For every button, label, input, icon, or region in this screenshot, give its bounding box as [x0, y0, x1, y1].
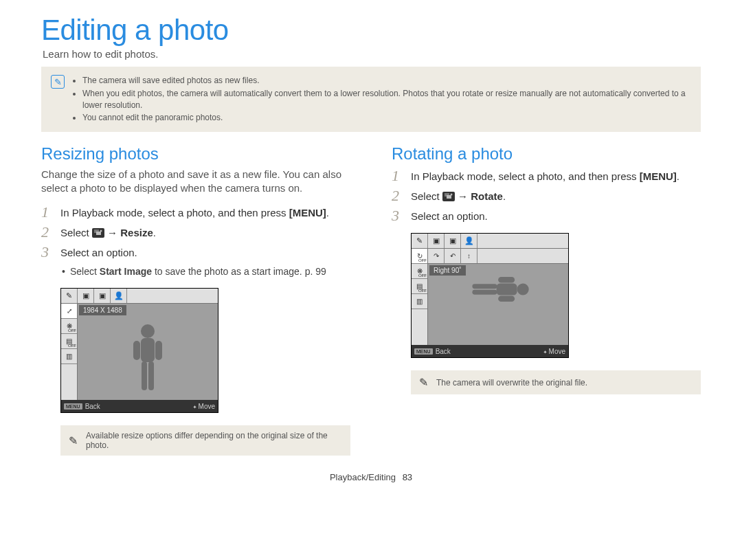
left-icon-strip: ⤢ ❋OFF ▤OFF ▥ — [61, 304, 78, 400]
left-icon-strip: ↻OFF ❋OFF ▤OFF ▥ — [412, 249, 428, 345]
arrow-text: → — [458, 190, 471, 202]
note-text: The camera will overwrite the original f… — [436, 378, 587, 388]
svg-rect-4 — [141, 338, 155, 362]
resize-icon: ⤢ — [61, 304, 77, 319]
effect-icon: ❋OFF — [61, 319, 77, 334]
dpad-icon: ✦ — [193, 403, 196, 410]
rotate-right-icon: ↷ — [428, 249, 445, 263]
section-heading-resizing: Resizing photos — [41, 144, 350, 164]
step-1: In Playback mode, select a photo, and th… — [41, 205, 350, 220]
frame-fx-icon: ▥ — [61, 349, 77, 364]
start-image-label: Start Image — [100, 266, 152, 277]
filter-icon: ▤OFF — [412, 279, 427, 294]
action-name: Rotate — [471, 190, 503, 202]
edit-menu-icon — [442, 192, 455, 201]
list-item: You cannot edit the panoramic photos. — [82, 112, 691, 124]
svg-rect-5 — [133, 341, 140, 360]
column-rotating: Rotating a photo In Playback mode, selec… — [392, 144, 701, 456]
step-text: In Playback mode, select a photo, and th… — [411, 170, 640, 182]
svg-rect-17 — [472, 290, 497, 295]
menu-button-icon: MENU — [414, 348, 433, 355]
canvas-area: ↷ ↶ ↕ Right 90˚ — [428, 249, 568, 345]
svg-point-12 — [517, 284, 529, 295]
rotation-label: Right 90˚ — [429, 265, 466, 276]
top-icon-strip: ✎ ▣ ▣ 👤 — [412, 234, 568, 249]
svg-rect-15 — [498, 296, 515, 302]
step-text: Select — [411, 190, 442, 202]
person-silhouette-rotated — [463, 269, 533, 310]
move-label: Move — [199, 403, 215, 410]
pen-icon: ✎ — [419, 376, 428, 389]
page-number: 83 — [403, 472, 412, 482]
page-footer: Playback/Editing 83 — [41, 472, 701, 486]
camera-screen-resize: ✎ ▣ ▣ 👤 ⤢ ❋OFF ▤OFF ▥ 1984 X 1488 — [60, 288, 218, 413]
step-text: Select an option. — [411, 209, 488, 223]
top-icon-strip: ✎ ▣ ▣ 👤 — [61, 289, 218, 304]
column-resizing: Resizing photos Change the size of a pho… — [41, 144, 350, 456]
rotate-note-box: ✎ The camera will overwrite the original… — [411, 370, 701, 394]
back-label: Back — [436, 348, 451, 355]
rotate-180-icon: ↕ — [461, 249, 477, 263]
step-2: Select → Resize. — [41, 225, 350, 240]
top-notes-list: The camera will save edited photos as ne… — [73, 74, 691, 125]
arrow-text: → — [107, 227, 120, 238]
svg-point-2 — [100, 229, 102, 232]
svg-rect-1 — [96, 232, 101, 235]
back-label: Back — [85, 403, 100, 410]
frame-icon: ▣ — [445, 234, 461, 248]
section-description: Change the size of a photo and save it a… — [41, 168, 350, 196]
menu-button-label: [MENU] — [640, 170, 677, 182]
menu-button-icon: MENU — [64, 403, 82, 410]
frame-icon: ▣ — [94, 289, 111, 303]
action-name: Resize — [120, 227, 153, 238]
dpad-icon: ✦ — [543, 348, 546, 355]
edit-icon: ✎ — [412, 234, 428, 248]
footer-section: Playback/Editing — [330, 472, 396, 482]
effect-icon: ❋OFF — [412, 264, 427, 279]
svg-rect-10 — [447, 195, 451, 199]
svg-rect-16 — [472, 284, 497, 289]
person-silhouette — [124, 322, 172, 399]
pen-icon: ✎ — [51, 75, 65, 89]
bottom-bar: MENU Back ✦ Move — [61, 400, 218, 412]
person-icon: 👤 — [461, 234, 477, 248]
canvas-area: 1984 X 1488 — [78, 304, 218, 400]
svg-rect-7 — [142, 361, 147, 390]
svg-rect-13 — [497, 284, 517, 295]
list-item: When you edit photos, the camera will au… — [82, 88, 691, 111]
edit-icon: ✎ — [61, 289, 78, 303]
step-1: In Playback mode, select a photo, and th… — [392, 169, 701, 183]
rotate-icon-row: ↷ ↶ ↕ — [428, 249, 568, 264]
page-title: Editing a photo — [41, 14, 701, 47]
frame-icon: ▣ — [78, 289, 94, 303]
page-subtitle: Learn how to edit photos. — [43, 48, 701, 60]
filter-icon: ▤OFF — [61, 334, 77, 349]
svg-rect-14 — [498, 277, 515, 283]
frame-icon: ▣ — [428, 234, 445, 248]
step-text: Select — [60, 227, 92, 238]
list-item: The camera will save edited photos as ne… — [82, 75, 691, 87]
step-text: Select an option. — [60, 245, 137, 260]
resolution-label: 1984 X 1488 — [79, 305, 126, 315]
rotate-icon: ↻OFF — [412, 249, 427, 264]
step-3: Select an option. — [41, 245, 350, 260]
person-icon: 👤 — [111, 289, 127, 303]
bottom-bar: MENU Back ✦ Move — [412, 345, 568, 357]
svg-rect-8 — [148, 361, 154, 390]
step-2: Select → Rotate. — [392, 189, 701, 203]
step-text: In Playback mode, select a photo, and th… — [60, 207, 289, 219]
section-heading-rotating: Rotating a photo — [392, 144, 701, 164]
move-label: Move — [549, 348, 565, 355]
note-text: Available resize options differ dependin… — [86, 431, 342, 450]
svg-rect-6 — [155, 341, 162, 360]
resize-note-box: ✎ Available resize options differ depend… — [60, 425, 350, 456]
svg-point-11 — [450, 194, 452, 196]
rotate-left-icon: ↶ — [445, 249, 461, 263]
sub-bullet: Select Start Image to save the photo as … — [62, 265, 350, 279]
pen-icon: ✎ — [69, 434, 78, 447]
edit-menu-icon — [92, 228, 104, 238]
top-info-box: ✎ The camera will save edited photos as … — [41, 67, 701, 132]
menu-button-label: [MENU] — [289, 207, 326, 219]
step-3: Select an option. — [392, 209, 701, 223]
frame-fx-icon: ▥ — [412, 294, 427, 309]
